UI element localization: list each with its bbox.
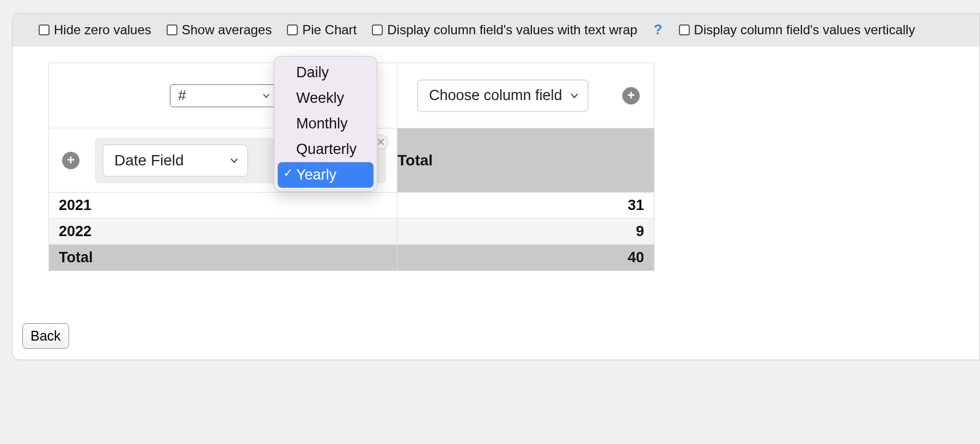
row-label: 2022 xyxy=(49,219,397,245)
show-averages-label: Show averages xyxy=(182,22,272,38)
pivot-area: # Choose column field xyxy=(13,46,979,271)
checkbox-icon xyxy=(679,24,690,35)
chevron-down-icon xyxy=(570,91,579,100)
pie-chart-checkbox[interactable]: Pie Chart xyxy=(287,22,357,38)
add-row-button[interactable]: + xyxy=(62,152,79,169)
checkbox-icon xyxy=(167,24,177,35)
chevron-down-icon xyxy=(262,92,270,100)
plus-icon: + xyxy=(67,153,75,166)
column-field-label: Choose column field xyxy=(429,87,562,104)
period-option-yearly[interactable]: Yearly xyxy=(278,162,373,188)
checkbox-icon xyxy=(287,24,298,35)
text-wrap-label: Display column field's values with text … xyxy=(387,22,637,38)
help-icon[interactable]: ? xyxy=(653,21,664,38)
vertical-label: Display column field's values vertically xyxy=(694,22,915,38)
hash-prefix: # xyxy=(178,87,186,104)
report-panel: Hide zero values Show averages Pie Chart… xyxy=(12,13,980,360)
period-option-weekly[interactable]: Weekly xyxy=(278,85,373,111)
grand-total-row: Total 40 xyxy=(49,245,654,271)
pie-chart-label: Pie Chart xyxy=(302,22,357,38)
total-column-label: Total xyxy=(397,152,433,169)
checkbox-icon xyxy=(39,24,50,35)
back-button[interactable]: Back xyxy=(22,323,69,349)
column-field-select[interactable]: Choose column field xyxy=(417,79,589,112)
hide-zero-checkbox[interactable]: Hide zero values xyxy=(39,22,151,38)
column-field-cell: Choose column field + xyxy=(397,63,654,128)
period-option-quarterly[interactable]: Quarterly xyxy=(278,137,373,162)
back-label: Back xyxy=(30,328,61,343)
add-column-button[interactable]: + xyxy=(622,87,640,104)
period-option-daily[interactable]: Daily xyxy=(278,60,373,85)
grand-total-label: Total xyxy=(49,245,397,271)
period-option-monthly[interactable]: Monthly xyxy=(278,111,373,137)
row-field-label: Date Field xyxy=(114,152,184,169)
plus-icon: + xyxy=(627,89,635,102)
show-averages-checkbox[interactable]: Show averages xyxy=(167,22,272,38)
grand-total-value: 40 xyxy=(397,245,654,271)
value-field-select[interactable]: # xyxy=(170,84,275,107)
data-row: 2022 9 xyxy=(49,219,654,245)
row-field-select[interactable]: Date Field xyxy=(102,144,248,177)
chevron-down-icon xyxy=(230,156,238,165)
text-wrap-checkbox[interactable]: Display column field's values with text … xyxy=(372,22,637,38)
period-dropdown: Daily Weekly Monthly Quarterly Yearly xyxy=(274,56,377,192)
vertical-checkbox[interactable]: Display column field's values vertically xyxy=(679,22,915,38)
row-label: 2021 xyxy=(49,193,397,219)
row-value: 31 xyxy=(397,193,654,219)
total-column-header: Total xyxy=(397,128,654,193)
options-toolbar: Hide zero values Show averages Pie Chart… xyxy=(13,14,979,46)
row-value: 9 xyxy=(397,219,654,245)
close-icon: ✕ xyxy=(376,135,385,149)
checkbox-icon xyxy=(372,24,383,35)
hide-zero-label: Hide zero values xyxy=(54,22,151,38)
data-row: 2021 31 xyxy=(49,193,654,219)
